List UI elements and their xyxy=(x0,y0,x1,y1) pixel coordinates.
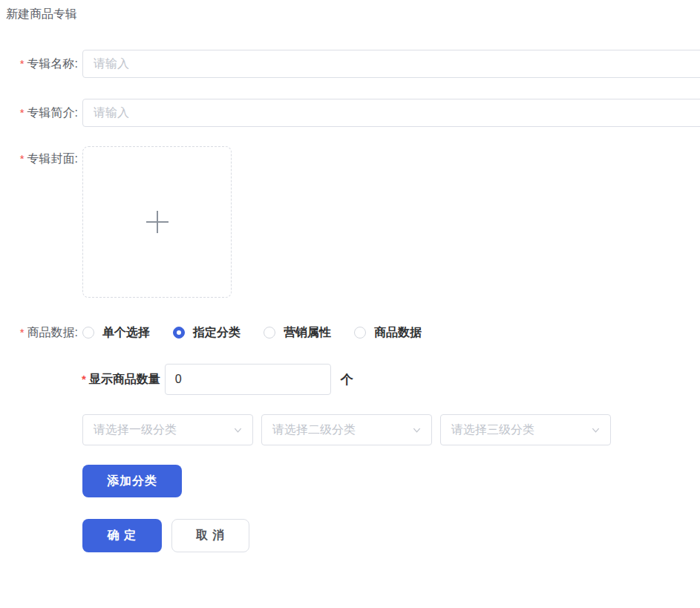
category-level2-select[interactable]: 请选择二级分类 xyxy=(261,414,432,445)
product-data-label-text: 商品数据: xyxy=(27,326,78,339)
chevron-down-icon xyxy=(412,425,422,435)
album-intro-label: *专辑简介: xyxy=(0,105,78,121)
radio-option-single-select[interactable]: 单个选择 xyxy=(82,325,150,341)
required-asterisk: * xyxy=(20,106,24,119)
radio-option-specified-category[interactable]: 指定分类 xyxy=(173,325,241,341)
product-data-row: *商品数据: 单个选择 指定分类 营销属性 商品数据 xyxy=(0,324,445,341)
category-level3-select[interactable]: 请选择三级分类 xyxy=(440,414,611,445)
display-count-label: *显示商品数量 xyxy=(82,372,160,388)
form-actions: 确 定 取 消 xyxy=(82,519,249,552)
plus-icon xyxy=(146,211,169,233)
display-count-input[interactable] xyxy=(165,364,331,395)
required-asterisk: * xyxy=(82,373,86,385)
cancel-button[interactable]: 取 消 xyxy=(171,519,249,552)
album-name-label-text: 专辑名称: xyxy=(27,57,78,70)
radio-circle-icon xyxy=(354,327,366,339)
required-asterisk: * xyxy=(20,57,24,70)
product-data-label: *商品数据: xyxy=(0,324,78,341)
radio-circle-icon xyxy=(82,327,94,339)
display-count-unit: 个 xyxy=(341,371,353,388)
album-name-input[interactable] xyxy=(82,50,700,78)
album-intro-label-text: 专辑简介: xyxy=(27,106,78,119)
add-category-button[interactable]: 添加分类 xyxy=(82,465,182,497)
new-album-form: 新建商品专辑 *专辑名称: *专辑简介: *专辑封面: *商品数据: 单个选择 … xyxy=(0,0,700,608)
radio-circle-icon xyxy=(173,327,185,339)
album-intro-input[interactable] xyxy=(82,99,700,127)
radio-circle-icon xyxy=(264,327,275,339)
radio-option-marketing-attribute[interactable]: 营销属性 xyxy=(264,325,331,341)
radio-option-product-data[interactable]: 商品数据 xyxy=(354,325,422,341)
display-count-label-text: 显示商品数量 xyxy=(89,373,160,385)
page-title: 新建商品专辑 xyxy=(6,7,77,22)
required-asterisk: * xyxy=(20,152,24,165)
album-intro-row: *专辑简介: xyxy=(0,99,700,127)
required-asterisk: * xyxy=(20,326,24,339)
product-data-radio-group: 单个选择 指定分类 营销属性 商品数据 xyxy=(82,325,445,341)
album-cover-upload[interactable] xyxy=(82,146,232,298)
confirm-button[interactable]: 确 定 xyxy=(82,519,162,552)
category-level1-select[interactable]: 请选择一级分类 xyxy=(82,414,253,445)
album-name-label: *专辑名称: xyxy=(0,56,78,72)
album-name-row: *专辑名称: xyxy=(0,50,700,78)
category-selects-row: 请选择一级分类 请选择二级分类 请选择三级分类 xyxy=(82,414,619,445)
chevron-down-icon xyxy=(591,425,601,435)
album-cover-label: *专辑封面: xyxy=(0,151,78,167)
display-count-row: *显示商品数量 个 xyxy=(82,364,353,395)
chevron-down-icon xyxy=(233,425,243,435)
album-cover-row: *专辑封面: xyxy=(0,146,232,298)
album-cover-label-text: 专辑封面: xyxy=(27,152,78,165)
